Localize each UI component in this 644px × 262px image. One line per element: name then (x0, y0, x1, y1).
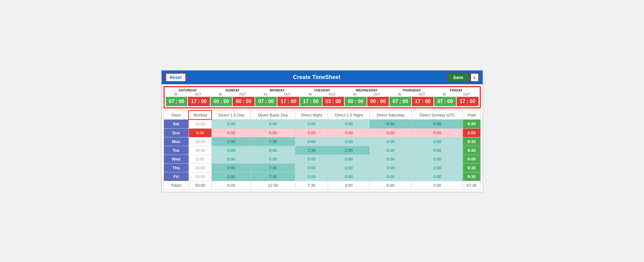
totals-row: Totals50:006:0022:307:302:006:003:3047:3… (164, 181, 480, 190)
col-header-dnight: Direct Night (295, 111, 328, 120)
dsun-cell-sun: 0:00 (412, 128, 463, 137)
time-out-btn-thursday[interactable]: 17 : 00 (412, 97, 434, 106)
time-in-btn-thursday[interactable]: 07 : 00 (389, 97, 411, 106)
d15night-cell-thu: 0:00 (328, 163, 370, 172)
dbasic-cell-mon: 7:30 (251, 137, 295, 146)
time-grid: SATURDAYINOUT07 : 0017 : 00SUNDAYINOUT00… (166, 88, 479, 106)
col-header-d15night: Direct 1.5 Night (328, 111, 370, 120)
dsat-cell-thu: 0:00 (370, 163, 412, 172)
d15day-cell-fri: 2:00 (212, 172, 251, 181)
paid-cell-mon: 9:30 (463, 137, 480, 146)
time-out-btn-saturday[interactable]: 17 : 00 (188, 97, 210, 106)
totals-cell-0: Totals (164, 181, 189, 190)
day-label-monday: MONDAY (270, 88, 285, 92)
time-in-btn-saturday[interactable]: 07 : 00 (166, 97, 188, 106)
d15night-cell-sat: 0:00 (328, 120, 370, 129)
worked-cell-wed: 0:00 (189, 155, 212, 163)
in-label: IN (443, 93, 446, 96)
totals-cell-4: 7:30 (295, 181, 328, 190)
day-cell-thu: Thu (164, 163, 189, 172)
worked-cell-tue: 10:00 (189, 146, 212, 155)
worked-cell-thu: 10:00 (189, 163, 212, 172)
time-out-btn-friday[interactable]: 17 : 00 (457, 97, 479, 106)
dbasic-cell-wed: 0:00 (251, 155, 295, 163)
table-row: Sat10:000:000:000:000:006:003:309:30 (164, 120, 480, 129)
day-cell-sun: Sun (164, 128, 189, 137)
time-col-thursday: THURSDAYINOUT07 : 0017 : 00 (389, 88, 434, 106)
col-header-days: Days (164, 111, 189, 120)
inout-labels-monday: INOUT (255, 93, 299, 96)
paid-cell-sun: 0:00 (463, 128, 480, 137)
time-in-btn-friday[interactable]: 07 : 00 (434, 97, 456, 106)
paid-cell-wed: 0:00 (463, 155, 480, 163)
dsat-cell-sun: 0:00 (370, 128, 412, 137)
day-cell-mon: Mon (164, 137, 189, 146)
out-label: OUT (239, 93, 246, 96)
d15day-cell-thu: 2:00 (212, 163, 251, 172)
table-row: Thu10:002:007:300:000:000:000:009:30 (164, 163, 480, 172)
dnight-cell-fri: 0:00 (295, 172, 328, 181)
time-out-btn-sunday[interactable]: 00 : 00 (233, 97, 255, 106)
dnight-cell-sat: 0:00 (295, 120, 328, 129)
dsat-cell-mon: 0:00 (370, 137, 412, 146)
table-row: Sun0:000:000:000:000:000:000:000:00 (164, 128, 480, 137)
totals-cell-8: 47:30 (463, 181, 480, 190)
timesheet-table: Days Worked Direct 1.5 Day Direct Basic … (164, 110, 481, 190)
col-header-paid: Paid (463, 111, 480, 120)
totals-cell-2: 6:00 (212, 181, 251, 190)
out-label: OUT (284, 93, 291, 96)
worked-cell-fri: 10:00 (189, 172, 212, 181)
save-button[interactable]: Save (448, 73, 469, 82)
time-out-btn-tuesday[interactable]: 03 : 00 (322, 97, 344, 106)
time-btns-thursday: 07 : 0017 : 00 (389, 97, 434, 106)
dbasic-cell-tue: 0:00 (251, 146, 295, 155)
out-label: OUT (195, 93, 201, 96)
d15day-cell-sun: 0:00 (212, 128, 251, 137)
out-label: OUT (418, 93, 425, 96)
col-header-dbasic: Direct Basic Day (251, 111, 295, 120)
table-row: Fri10:002:007:300:000:000:000:009:30 (164, 172, 480, 181)
table-row: Wed0:000:000:000:000:000:000:000:00 (164, 155, 480, 163)
header-actions: Save x (448, 73, 479, 82)
day-label-sunday: SUNDAY (225, 88, 239, 92)
time-btns-saturday: 07 : 0017 : 00 (166, 97, 210, 106)
in-label: IN (219, 93, 222, 96)
inout-labels-saturday: INOUT (166, 93, 210, 96)
time-col-wednesday: WEDNESDAYINOUT00 : 0000 : 00 (345, 88, 389, 106)
time-col-sunday: SUNDAYINOUT00 : 0000 : 00 (210, 88, 255, 106)
inout-labels-wednesday: INOUT (345, 93, 389, 96)
totals-cell-6: 6:00 (370, 181, 412, 190)
table-row: Tue10:000:000:007:302:000:000:009:30 (164, 146, 480, 155)
totals-cell-7: 3:30 (412, 181, 463, 190)
col-header-dsat: Direct Saturday (370, 111, 412, 120)
day-label-tuesday: TUESDAY (314, 88, 330, 92)
in-label: IN (174, 93, 177, 96)
day-label-friday: FRIDAY (450, 88, 463, 92)
time-btns-sunday: 00 : 0000 : 00 (210, 97, 255, 106)
in-label: IN (264, 93, 267, 96)
dnight-cell-mon: 0:00 (295, 137, 328, 146)
d15night-cell-wed: 0:00 (328, 155, 370, 163)
time-out-btn-monday[interactable]: 17 : 00 (277, 97, 299, 106)
totals-cell-5: 2:00 (328, 181, 370, 190)
close-button[interactable]: x (470, 73, 479, 82)
d15day-cell-tue: 0:00 (212, 146, 251, 155)
d15day-cell-wed: 0:00 (212, 155, 251, 163)
reset-button[interactable]: Reset (165, 73, 186, 82)
time-in-btn-wednesday[interactable]: 00 : 00 (345, 97, 367, 106)
time-in-btn-monday[interactable]: 07 : 00 (255, 97, 277, 106)
inout-labels-thursday: INOUT (389, 93, 434, 96)
time-in-btn-sunday[interactable]: 00 : 00 (210, 97, 232, 106)
time-in-btn-tuesday[interactable]: 17 : 00 (300, 97, 322, 106)
header: Reset Create TimeSheet Save x (162, 71, 483, 84)
inout-labels-tuesday: INOUT (300, 93, 344, 96)
dsun-cell-mon: 0:00 (412, 137, 463, 146)
dbasic-cell-sun: 0:00 (251, 128, 295, 137)
dsat-cell-tue: 0:00 (370, 146, 412, 155)
time-out-btn-wednesday[interactable]: 00 : 00 (367, 97, 389, 106)
d15night-cell-sun: 0:00 (328, 128, 370, 137)
day-cell-fri: Fri (164, 172, 189, 181)
in-label: IN (353, 93, 357, 96)
totals-cell-1: 50:00 (189, 181, 212, 190)
dnight-cell-thu: 0:00 (295, 163, 328, 172)
